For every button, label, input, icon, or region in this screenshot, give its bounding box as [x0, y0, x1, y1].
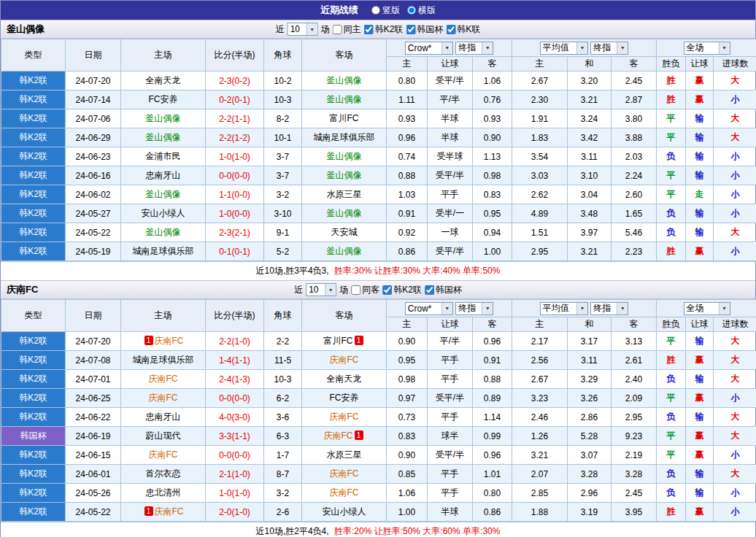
layout-horizontal-option[interactable]: 横版 — [407, 4, 436, 17]
horizontal-radio[interactable] — [407, 6, 416, 15]
away-team-name[interactable]: 庆南FC — [330, 355, 359, 365]
home-team-name[interactable]: 蔚山现代 — [146, 430, 181, 441]
home-team-name[interactable]: 安山小绿人 — [142, 208, 185, 218]
away-team-name[interactable]: 庆南FC — [324, 430, 353, 441]
result-handicap-cell: 输 — [686, 332, 714, 351]
home-team-cell: 金浦市民 — [121, 147, 206, 166]
away-team-name[interactable]: 釜山偶像 — [327, 75, 362, 85]
handicap-line-cell: 受平/半 — [428, 446, 473, 465]
home-team-name[interactable]: 金浦市民 — [146, 151, 181, 161]
home-odds-cell: 0.80 — [387, 72, 428, 90]
column-header-away: 客场 — [302, 300, 387, 332]
league-type-badge: 韩K2联 — [1, 72, 66, 90]
chevron-down-icon: ▼ — [325, 284, 336, 295]
away-team-name[interactable]: FC安养 — [330, 393, 359, 403]
vertical-radio[interactable] — [371, 6, 380, 15]
handicap-line-cell: 平手 — [428, 185, 473, 204]
league-filter-k2[interactable]: 韩K2联 — [364, 23, 404, 36]
home-team-name[interactable]: FC安养 — [149, 94, 178, 104]
home-team-name[interactable]: 庆南FC — [155, 336, 184, 346]
away-team-name[interactable]: 釜山偶像 — [327, 208, 362, 218]
same-away-checkbox-input[interactable] — [351, 285, 360, 295]
same-away-checkbox[interactable]: 同客 — [351, 284, 379, 296]
away-team-name[interactable]: 釜山偶像 — [327, 246, 362, 256]
away-team-name[interactable]: 釜山偶像 — [327, 94, 362, 104]
bookmaker-select[interactable]: Crow*▼ — [405, 302, 453, 315]
home-team-cell: FC安养 — [121, 90, 206, 109]
bookmaker-select-value: Crow* — [406, 304, 441, 314]
result-wdl-cell: 平 — [657, 109, 686, 128]
average-select[interactable]: 平均值▼ — [540, 302, 588, 315]
average-stage-select[interactable]: 终指▼ — [590, 302, 628, 315]
average-stage-select[interactable]: 终指▼ — [590, 42, 628, 55]
league-filter-cup-input[interactable] — [425, 285, 434, 295]
away-team-name[interactable]: 天安城 — [331, 227, 358, 237]
away-team-name[interactable]: 城南足球俱乐部 — [314, 132, 375, 142]
away-team-name[interactable]: 水原三星 — [327, 449, 362, 460]
away-team-name[interactable]: 全南天龙 — [327, 374, 362, 384]
away-team-name[interactable]: 釜山偶像 — [327, 151, 362, 161]
summary-rates: 胜率:30% 让胜率:30% 大率:40% 单率:50% — [334, 266, 500, 276]
home-team-name[interactable]: 釜山偶像 — [146, 189, 181, 199]
league-filter-cup[interactable]: 韩国杯 — [425, 284, 462, 296]
home-team-name[interactable]: 忠南牙山 — [146, 170, 181, 180]
away-team-name[interactable]: 庆南FC — [330, 487, 359, 498]
away-team-name[interactable]: 水原三星 — [327, 189, 362, 199]
result-wdl-cell: 平 — [657, 185, 686, 204]
corner-cell: 2-2 — [264, 332, 302, 351]
same-home-checkbox-input[interactable] — [333, 25, 342, 34]
league-filter-cup[interactable]: 韩国杯 — [406, 23, 443, 36]
league-filter-k1[interactable]: 韩K联 — [446, 23, 480, 36]
home-team-name[interactable]: 庆南FC — [155, 506, 184, 517]
scope-select[interactable]: 全场▼ — [684, 42, 730, 55]
home-team-name[interactable]: 庆南FC — [149, 393, 178, 403]
away-team-name[interactable]: 釜山偶像 — [327, 170, 362, 180]
home-team-name[interactable]: 庆南FC — [149, 374, 178, 384]
league-filter-k2[interactable]: 韩K2联 — [382, 284, 422, 296]
home-team-name[interactable]: 釜山偶像 — [146, 227, 181, 237]
match-row: 韩国杯24-06-19蔚山现代3-3(1-1)6-3庆南FC10.83球半0.9… — [1, 427, 756, 446]
league-filter-k1-input[interactable] — [446, 25, 455, 34]
league-filter-cup-input[interactable] — [406, 25, 415, 34]
home-team-name[interactable]: 庆南FC — [149, 449, 178, 460]
bookmaker-select[interactable]: Crow*▼ — [405, 42, 453, 55]
home-team-name[interactable]: 忠南牙山 — [146, 412, 181, 422]
matches-table: 类型 日期 主场 比分(半场) 角球 客场 Crow*▼ 终指▼ 平均值▼ 终指… — [1, 39, 756, 261]
handicap-line-cell: 半球 — [428, 503, 473, 522]
home-team-name[interactable]: 釜山偶像 — [146, 113, 181, 123]
odds-stage-select[interactable]: 终指▼ — [455, 302, 493, 315]
away-team-name[interactable]: 庆南FC — [330, 412, 359, 422]
home-team-name[interactable]: 首尔衣恋 — [146, 468, 181, 479]
league-type-badge: 韩K2联 — [1, 223, 66, 242]
league-filter-k2-input[interactable] — [382, 285, 392, 295]
score-cell: 1-4(1-1) — [206, 351, 264, 370]
league-filter-k2-input[interactable] — [364, 25, 374, 34]
home-team-name[interactable]: 忠北清州 — [146, 487, 181, 498]
result-goals-cell: 大 — [714, 223, 756, 242]
average-select[interactable]: 平均值▼ — [540, 42, 588, 55]
match-date: 24-05-22 — [66, 223, 121, 242]
match-count-select[interactable]: 10 ▼ — [288, 23, 318, 36]
subheader-wdl: 胜负 — [657, 317, 686, 332]
home-team-name[interactable]: 釜山偶像 — [146, 132, 181, 142]
odds-stage-select[interactable]: 终指▼ — [455, 42, 493, 55]
layout-vertical-option[interactable]: 竖版 — [371, 4, 400, 17]
home-team-name[interactable]: 城南足球俱乐部 — [133, 246, 194, 256]
handicap-line-cell: 平手 — [428, 465, 473, 484]
avg-home-cell: 2.62 — [512, 185, 568, 204]
away-team-name[interactable]: 庆南FC — [330, 468, 359, 479]
match-count-value: 10 — [288, 24, 306, 34]
home-team-name[interactable]: 全南天龙 — [146, 75, 181, 85]
handicap-line-cell: 受平/半 — [428, 166, 473, 185]
away-team-name[interactable]: 安山小绿人 — [323, 506, 366, 517]
home-team-name[interactable]: 城南足球俱乐部 — [133, 355, 194, 365]
away-team-name[interactable]: 富川FC — [324, 336, 353, 346]
result-goals-cell: 大 — [714, 465, 756, 484]
match-count-select[interactable]: 10 ▼ — [306, 283, 336, 296]
scope-select[interactable]: 全场▼ — [684, 302, 730, 315]
home-odds-cell: 0.88 — [387, 166, 428, 185]
away-team-name[interactable]: 富川FC — [330, 113, 359, 123]
same-home-checkbox[interactable]: 同主 — [333, 23, 361, 36]
league-type-badge: 韩K2联 — [1, 351, 66, 370]
result-goals-cell: 小 — [714, 147, 756, 166]
